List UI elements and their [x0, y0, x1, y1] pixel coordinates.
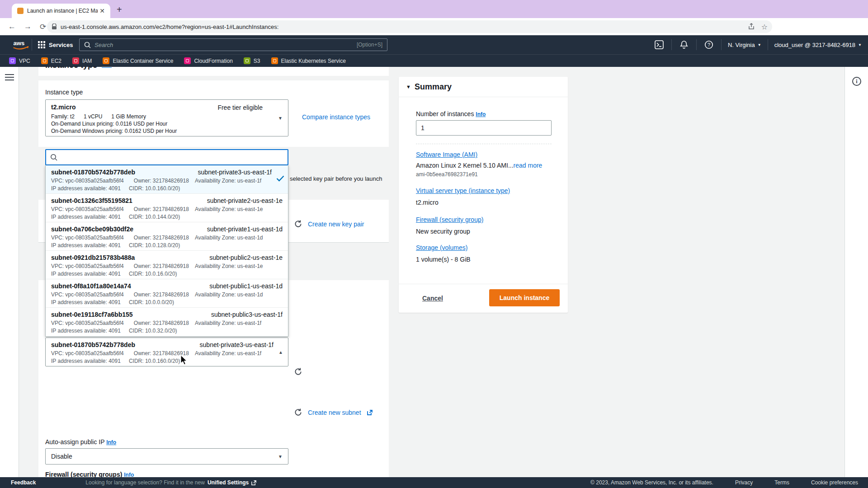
section-heading-strip: Instance typeInfo — [38, 67, 389, 76]
mouse-cursor — [180, 355, 188, 366]
subnet-option[interactable]: subnet-01870b5742b778deb subnet-private3… — [46, 165, 288, 194]
aws-favicon-icon — [17, 8, 24, 14]
key-pair-actions: Create new key pair — [294, 220, 364, 228]
favorite-ecs[interactable]: Elastic Container Service — [103, 57, 173, 64]
eks-service-icon — [271, 57, 278, 64]
share-icon[interactable] — [748, 23, 755, 30]
launch-instance-button[interactable]: Launch instance — [489, 289, 560, 306]
dashed-divider — [416, 144, 552, 144]
browser-tab[interactable]: Launch an instance | EC2 Mana ✕ — [12, 4, 110, 18]
instance-type-value: t2.micro — [416, 199, 439, 206]
refresh-icon[interactable] — [294, 408, 302, 417]
compare-instance-types-link[interactable]: Compare instance types — [302, 113, 370, 121]
screen: Launch an instance | EC2 Mana ✕ + ← → ⟳ … — [0, 0, 868, 488]
linux-pricing: On-Demand Linux pricing: 0.0116 USD per … — [51, 121, 167, 127]
num-instances-label: Number of instances Info — [416, 110, 486, 117]
help-icon[interactable]: ? — [703, 39, 715, 51]
info-link[interactable]: Info — [106, 439, 116, 446]
subnet-option[interactable]: subnet-0e19118cf7a6bb155 subnet-public3-… — [46, 308, 288, 336]
account-menu[interactable]: cloud_user @ 3217-8482-6918 ▼ — [774, 42, 862, 48]
reload-icon[interactable]: ⟳ — [40, 22, 46, 32]
num-instances-input[interactable] — [416, 120, 552, 136]
ami-section-link[interactable]: Software Image (AMI) — [416, 151, 477, 158]
firewall-section-link[interactable]: Firewall (security group) — [416, 216, 483, 223]
forward-icon[interactable]: → — [24, 22, 32, 31]
favorite-vpc[interactable]: VPC — [9, 57, 30, 64]
firewall-heading: Firewall (security groups) Info — [45, 471, 134, 477]
aws-search-box[interactable]: [Option+S] — [79, 38, 387, 51]
instance-type-select[interactable]: t2.micro Free tier eligible Family: t21 … — [45, 99, 288, 136]
auto-assign-ip-select[interactable]: Disable ▼ — [45, 448, 288, 465]
cookie-preferences-link[interactable]: Cookie preferences — [811, 479, 858, 486]
subnet-option[interactable]: subnet-0c1326c3f55195821 subnet-private2… — [46, 194, 288, 222]
instance-type-label: Instance type — [45, 89, 83, 96]
ami-id: ami-0b5eea76982371e91 — [416, 171, 478, 178]
notifications-bell-icon[interactable] — [678, 39, 690, 51]
subnet-select-trigger[interactable]: subnet-01870b5742b778deb subnet-private3… — [45, 338, 288, 366]
page-content: i Instance typeInfo Instance type t2.mic… — [0, 67, 868, 477]
favorite-iam[interactable]: IAM — [72, 57, 92, 64]
windows-pricing: On-Demand Windows pricing: 0.0162 USD pe… — [51, 128, 177, 134]
left-sidebar-rail — [0, 67, 19, 477]
services-menu[interactable]: Services — [38, 35, 73, 54]
info-circle-icon[interactable]: i — [852, 77, 861, 86]
subnet-actions: Create new subnet — [294, 408, 373, 417]
back-icon[interactable]: ← — [8, 22, 16, 31]
tab-close-icon[interactable]: ✕ — [98, 7, 107, 14]
bookmark-star-icon[interactable]: ☆ — [761, 23, 768, 31]
instance-type-card: Instance type t2.micro Free tier eligibl… — [38, 80, 389, 147]
free-tier-badge: Free tier eligible — [217, 104, 263, 111]
search-icon — [50, 154, 57, 161]
browser-tab-bar: Launch an instance | EC2 Mana ✕ + — [0, 0, 868, 18]
check-icon — [276, 175, 284, 182]
info-link[interactable]: Info — [102, 67, 112, 68]
region-selector[interactable]: N. Virginia ▼ — [728, 42, 761, 48]
subnet-option[interactable]: subnet-0a706cbe09b30df2e subnet-private1… — [46, 222, 288, 251]
subnet-search-box[interactable] — [45, 149, 288, 165]
favorite-cloudformation[interactable]: CloudFormation — [184, 57, 232, 64]
help-panel-rail: i — [844, 67, 868, 477]
external-link-icon — [367, 409, 373, 416]
browser-url-bar: ← → ⟳ us-east-1.console.aws.amazon.com/e… — [0, 18, 868, 35]
chevron-up-icon: ▲ — [278, 350, 283, 355]
divider — [399, 97, 568, 97]
aws-logo[interactable]: aws — [12, 39, 32, 51]
summary-title[interactable]: ▼Summary — [406, 82, 452, 92]
chevron-down-icon: ▼ — [278, 454, 283, 459]
subnet-option-list: subnet-01870b5742b778deb subnet-private3… — [45, 165, 288, 337]
create-subnet-link[interactable]: Create new subnet — [308, 409, 361, 416]
info-link[interactable]: Info — [476, 111, 486, 117]
favorite-s3[interactable]: S3 — [244, 57, 260, 64]
services-grid-icon — [38, 41, 45, 48]
favorite-eks[interactable]: Elastic Kubernetes Service — [271, 57, 346, 64]
hamburger-menu-icon[interactable] — [5, 72, 14, 82]
refresh-icon[interactable] — [294, 367, 302, 376]
vpc-refresh — [294, 367, 302, 376]
cancel-button[interactable]: Cancel — [422, 295, 443, 302]
language-note: Looking for language selection? Find it … — [85, 479, 205, 486]
feedback-link[interactable]: Feedback — [11, 479, 36, 486]
refresh-icon[interactable] — [294, 220, 302, 228]
instance-type-section-link[interactable]: Virtual server type (instance type) — [416, 187, 510, 194]
privacy-link[interactable]: Privacy — [735, 479, 753, 486]
new-tab-button[interactable]: + — [117, 5, 122, 15]
svg-text:?: ? — [708, 42, 710, 47]
cloudformation-service-icon — [184, 57, 191, 64]
terms-link[interactable]: Terms — [774, 479, 789, 486]
subnet-option[interactable]: subnet-0f8a10f1a80e14a74 subnet-public1-… — [46, 279, 288, 308]
address-bar[interactable]: us-east-1.console.aws.amazon.com/ec2/hom… — [47, 20, 772, 33]
subnet-option[interactable]: subnet-0921db215783b488a subnet-public2-… — [46, 251, 288, 279]
favorite-ec2[interactable]: EC2 — [41, 57, 61, 64]
storage-section-link[interactable]: Storage (volumes) — [416, 244, 467, 251]
instance-specs: Family: t21 vCPU1 GiB Memory — [51, 113, 155, 120]
read-more-link[interactable]: read more — [514, 162, 542, 169]
search-input[interactable] — [94, 42, 357, 48]
divider — [399, 284, 568, 284]
section-title: Instance typeInfo — [45, 67, 112, 70]
create-key-pair-link[interactable]: Create new key pair — [308, 221, 364, 228]
info-link[interactable]: Info — [124, 472, 134, 477]
ec2-service-icon — [41, 57, 48, 64]
ami-description: Amazon Linux 2 Kernel 5.10 AMI...read mo… — [416, 162, 542, 169]
cloudshell-icon[interactable] — [653, 39, 665, 51]
unified-settings-link[interactable]: Unified Settings — [208, 479, 257, 486]
